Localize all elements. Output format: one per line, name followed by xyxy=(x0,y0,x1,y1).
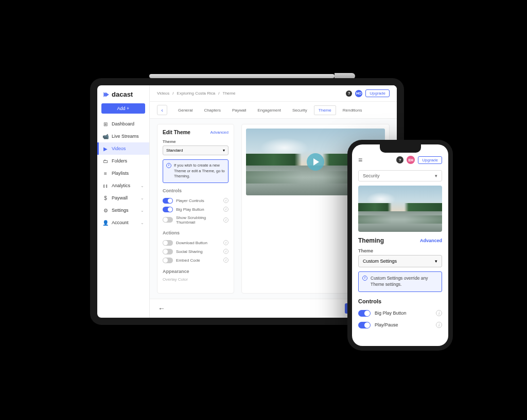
collapse-sidebar-button[interactable]: ← xyxy=(153,304,212,313)
info-icon[interactable]: i xyxy=(223,258,229,263)
folder-icon: 🗀 xyxy=(102,158,109,164)
toggle-label: Big Play Button xyxy=(375,311,432,316)
toggle-row-embed: Embed Code i xyxy=(163,256,229,265)
info-callout: i If you wish to create a new Theme or e… xyxy=(163,159,229,183)
section-controls: Controls xyxy=(358,298,442,304)
upgrade-button[interactable]: Upgrade xyxy=(365,89,390,97)
toggle-row-big-play: Big Play Button i xyxy=(163,205,229,214)
toggle-label: Play/Pause xyxy=(375,322,432,327)
sidebar-item-settings[interactable]: ⚙Settings⌄ xyxy=(97,204,149,216)
dollar-icon: $ xyxy=(102,195,109,201)
sidebar-item-account[interactable]: 👤Account⌄ xyxy=(97,216,149,229)
tab-theme[interactable]: Theme xyxy=(314,105,336,115)
toggle-player-controls[interactable] xyxy=(163,198,173,204)
sidebar-nav: ⊞Dashboard 📹Live Streams ▶Videos 🗀Folder… xyxy=(97,118,149,229)
toggle-row-download: Download Button i xyxy=(163,239,229,247)
tab-engagement[interactable]: Engagement xyxy=(253,105,286,115)
breadcrumb-item[interactable]: Videos xyxy=(157,91,169,96)
info-icon[interactable]: i xyxy=(223,217,229,223)
info-icon: i xyxy=(362,276,367,281)
tab-select[interactable]: Security ▾ xyxy=(358,170,442,181)
video-preview[interactable] xyxy=(358,186,442,232)
info-icon[interactable]: i xyxy=(223,198,229,203)
tab-select-value: Security xyxy=(363,173,380,178)
toggle-row-scrubbing: Show Scrubbing Thumbnail i xyxy=(163,214,229,226)
toggle-label: Social Sharing xyxy=(176,249,220,254)
sidebar-item-analytics[interactable]: ⫾⫾Analytics⌄ xyxy=(97,179,149,192)
help-icon[interactable]: ? xyxy=(396,156,403,163)
chart-icon: ⫾⫾ xyxy=(102,182,109,189)
breadcrumb-item: Theme xyxy=(223,91,236,96)
sidebar-item-playlists[interactable]: ≡Playlists xyxy=(97,167,149,179)
avatar[interactable]: EH xyxy=(407,156,415,164)
upgrade-button[interactable]: Upgrade xyxy=(418,156,442,164)
sidebar-item-label: Settings xyxy=(112,208,129,213)
theme-label: Theme xyxy=(358,248,442,253)
tab-chapters[interactable]: Chapters xyxy=(199,105,225,115)
info-icon[interactable]: i xyxy=(436,310,442,316)
panel-title: Edit Theme xyxy=(163,130,190,135)
info-text: Custom Settings override any Theme setti… xyxy=(371,276,438,288)
sidebar-item-folders[interactable]: 🗀Folders xyxy=(97,155,149,167)
logo[interactable]: dacast xyxy=(97,85,149,101)
toggle-label: Download Button xyxy=(176,241,220,245)
section-controls: Controls xyxy=(163,188,229,193)
appearance-item: Overlay Color xyxy=(163,277,229,282)
advanced-link[interactable]: Advanced xyxy=(420,238,442,243)
logo-text: dacast xyxy=(112,90,133,98)
tabs: ‹ General Chapters Paywall Engagement Se… xyxy=(150,102,397,119)
sidebar-item-label: Playlists xyxy=(112,171,129,176)
theme-select[interactable]: Standard ▾ xyxy=(163,145,229,155)
tab-paywall[interactable]: Paywall xyxy=(227,105,251,115)
gear-icon: ⚙ xyxy=(102,207,109,213)
chevron-down-icon: ▾ xyxy=(435,259,437,264)
tab-security[interactable]: Security xyxy=(288,105,312,115)
theme-select-value: Standard xyxy=(166,148,183,153)
back-button[interactable]: ‹ xyxy=(157,105,167,115)
toggle-row-play-pause: Play/Pause i xyxy=(358,319,442,331)
phone-title: Theming xyxy=(358,237,384,244)
toggle-social[interactable] xyxy=(163,249,173,254)
section-actions: Actions xyxy=(163,230,229,235)
toggle-label: Embed Code xyxy=(176,258,220,263)
info-icon[interactable]: i xyxy=(436,322,442,328)
toggle-big-play[interactable] xyxy=(163,207,173,212)
breadcrumb-item[interactable]: Exploring Costa Rica xyxy=(177,91,216,96)
toggle-scrubbing[interactable] xyxy=(163,217,173,223)
phone-notch xyxy=(380,144,421,153)
chevron-down-icon: ⌄ xyxy=(140,196,144,200)
tab-renditions[interactable]: Renditions xyxy=(338,105,367,115)
sidebar-item-label: Paywall xyxy=(112,195,128,200)
phone-device: ≡ ? EH Upgrade Security ▾ Theming Advanc… xyxy=(347,140,453,351)
info-text: If you wish to create a new Theme or edi… xyxy=(174,163,225,179)
tab-general[interactable]: General xyxy=(173,105,197,115)
phone-screen: ≡ ? EH Upgrade Security ▾ Theming Advanc… xyxy=(352,144,448,346)
avatar[interactable]: HO xyxy=(355,90,362,97)
advanced-link[interactable]: Advanced xyxy=(210,130,229,135)
toggle-embed[interactable] xyxy=(163,258,173,263)
sidebar-item-videos[interactable]: ▶Videos xyxy=(97,142,149,155)
sidebar-item-livestreams[interactable]: 📹Live Streams xyxy=(97,130,149,142)
play-icon: ▶ xyxy=(102,145,109,152)
play-button-icon[interactable] xyxy=(307,153,324,171)
toggle-big-play[interactable] xyxy=(358,310,371,317)
theme-select[interactable]: Custom Settings ▾ xyxy=(358,255,442,267)
chevron-down-icon: ⌄ xyxy=(140,208,144,213)
toggle-row-big-play: Big Play Button i xyxy=(358,307,442,319)
toggle-row-player-controls: Player Controls i xyxy=(163,196,229,205)
chevron-down-icon: ⌄ xyxy=(140,184,144,188)
add-button[interactable]: Add + xyxy=(101,103,145,114)
sidebar-item-label: Live Streams xyxy=(112,134,139,139)
logo-icon xyxy=(102,91,110,98)
chevron-down-icon: ⌄ xyxy=(140,221,144,225)
info-icon[interactable]: i xyxy=(223,240,229,245)
sidebar-item-paywall[interactable]: $Paywall⌄ xyxy=(97,192,149,204)
toggle-download[interactable] xyxy=(163,240,173,246)
menu-icon[interactable]: ≡ xyxy=(358,156,362,164)
section-appearance: Appearance xyxy=(163,269,229,274)
info-icon[interactable]: i xyxy=(223,207,229,212)
toggle-play-pause[interactable] xyxy=(358,322,371,328)
info-icon[interactable]: i xyxy=(223,249,229,254)
help-icon[interactable]: ? xyxy=(346,90,352,97)
sidebar-item-dashboard[interactable]: ⊞Dashboard xyxy=(97,118,149,130)
